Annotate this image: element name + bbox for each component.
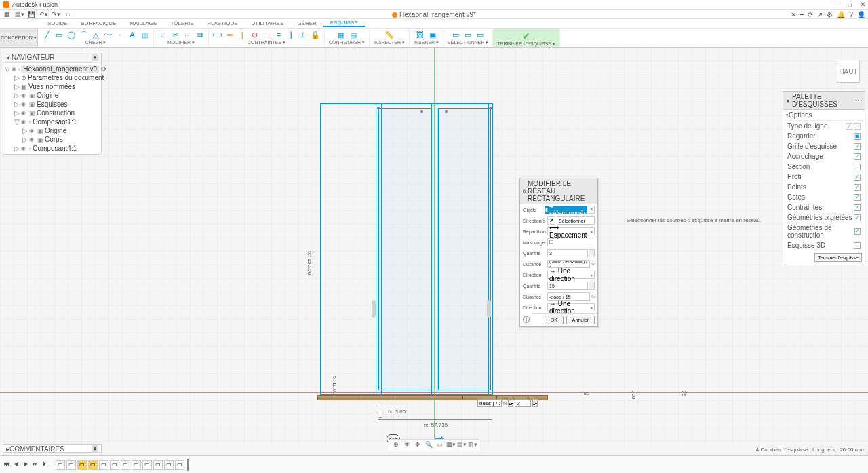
palette-title-bar[interactable]: ● PALETTE D'ESQUISSES ⋯ [783,92,865,110]
measure-icon[interactable]: 📏 [384,30,394,39]
job-status-icon[interactable]: ⚙ [827,11,833,18]
browser-header[interactable]: ◂ NAVIGATEUR ● [3,52,101,63]
browser-options-icon[interactable]: ● [92,54,98,61]
timeline-back-icon[interactable]: ◀ [12,461,20,469]
help-icon[interactable]: ? [849,11,853,18]
tree-item[interactable]: ▷◉▣Corps [5,135,100,144]
visibility-icon[interactable]: ◉ [21,101,28,107]
masquage-checkbox[interactable]: ☐ [547,238,555,246]
offset-icon[interactable]: ⇉ [195,30,204,39]
undo-icon[interactable]: ↶▾ [39,10,49,18]
rectangle-icon[interactable]: ▭ [54,30,64,39]
tab-plastique[interactable]: PLASTIQUE [201,20,245,26]
tab-gerer[interactable]: GÉRER [290,20,323,26]
tree-item[interactable]: ▷◉▣Origine [5,91,100,100]
menu-icon[interactable]: ▦ [3,10,12,18]
sketch-point[interactable] [445,110,448,113]
select-icon[interactable]: ▭ [451,30,460,39]
dialog-title-bar[interactable]: MODIFIER LE RÉSEAU RECTANGULAIRE [520,178,597,204]
construction-checkbox[interactable]: ✓ [854,228,861,235]
tree-item[interactable]: ▷◉▣Origine [5,126,100,135]
refresh-icon[interactable]: ⟳ [808,11,813,18]
line-icon[interactable]: ╱ [42,30,52,39]
slice-checkbox[interactable] [854,164,861,170]
visibility-icon[interactable]: ◉ [29,128,36,134]
visibility-icon[interactable]: ◉ [12,66,16,72]
quantite1-input[interactable]: 3 [547,249,588,257]
tab-tolerie[interactable]: TÔLERIE [163,20,200,26]
points-checkbox[interactable]: ✓ [854,184,861,191]
window-minimize[interactable]: — [833,1,840,8]
insert-icon[interactable]: 🖼 [416,30,425,39]
arc-icon[interactable]: ⌒ [79,30,88,39]
ok-button[interactable]: OK [545,316,564,324]
spline-icon[interactable]: 〰 [103,30,113,39]
comments-options-icon[interactable]: ● [92,445,98,452]
tangent-icon[interactable]: ⟂ [262,30,271,39]
text-icon[interactable]: A [127,30,137,39]
direction2-select[interactable]: → Une direction▾ [547,303,595,311]
timeline-start-icon[interactable]: ⏮ [3,461,11,469]
tab-surfacique[interactable]: SURFACIQUE [74,20,123,26]
equal-icon[interactable]: = [274,30,283,39]
feature-icon[interactable]: ▭ [121,460,130,470]
spinner[interactable] [589,282,595,290]
feature-icon[interactable]: ▭ [77,460,87,470]
perpendicular-icon[interactable]: ⊥ [298,30,308,39]
distance-input[interactable] [477,399,502,407]
tab-utilitaires[interactable]: UTILITAIRES [245,20,291,26]
timeline-forward-icon[interactable]: ⏭ [31,461,39,469]
tree-item[interactable]: ▷▣Vues nommées [5,82,100,91]
sketch-point[interactable] [490,107,492,109]
orbit-icon[interactable]: ⊕ [392,441,400,449]
vertical-icon[interactable]: ‖ [237,30,247,39]
visibility-icon[interactable]: ◉ [21,119,28,125]
tree-root[interactable]: ▽ ◉ ▫ Hexaonal_rangement v9 ⚙ [5,64,100,73]
coincident-icon[interactable]: ⊙ [250,30,259,39]
select3-icon[interactable]: ▭ [475,30,485,39]
palette-menu-icon[interactable]: ⋯ [855,97,862,105]
view-cube[interactable]: HAUT [837,60,860,83]
redo-icon[interactable]: ↷▾ [52,10,61,18]
display-icon[interactable]: ▦▾ [446,441,454,449]
circle-icon[interactable]: ◯ [66,30,76,39]
dim-small-h[interactable]: fx: 10.00 [332,376,337,394]
spinner[interactable]: ▴▾ [532,399,538,407]
zoom-icon[interactable]: 🔍 [425,441,433,449]
pan-icon[interactable]: ✥ [414,441,422,449]
feature-icon[interactable]: ▭ [142,460,152,470]
feature-icon[interactable]: ▭ [153,460,163,470]
extension-icon[interactable]: ↗ [817,11,823,18]
cancel-button[interactable]: Annuler [566,316,595,324]
close-tab-icon[interactable]: ✕ [791,11,796,18]
home-icon[interactable]: ⌂ [64,10,73,18]
rail-line[interactable] [488,103,489,395]
linetype-construction-icon[interactable]: ┄ [854,123,861,130]
count-input[interactable] [515,399,531,407]
save-icon[interactable]: 💾 [27,10,37,18]
feature-icon[interactable]: ▭ [110,460,119,470]
rail-line[interactable] [437,103,437,395]
expand-icon[interactable]: ▽ [5,65,10,73]
point-icon[interactable]: · [115,30,125,39]
pin-icon[interactable] [523,189,526,193]
projected-checkbox[interactable]: ✓ [854,214,861,221]
workspace-switcher[interactable]: CONCEPTION ▾ [0,29,38,47]
linetype-solid-icon[interactable]: ╱ [846,123,852,130]
finish-sketch-button[interactable]: Terminer l'esquisse [814,253,862,262]
fillet-icon[interactable]: ⟀ [158,30,167,39]
gear-icon[interactable]: ⚙ [100,65,106,73]
fit-icon[interactable]: ▭ [435,441,443,449]
snap-checkbox[interactable]: ✓ [854,153,861,160]
tab-esquisse[interactable]: ESQUISSE [323,20,365,27]
spinner[interactable]: ▴▾ [508,399,513,407]
rail-line[interactable] [431,103,432,395]
new-tab-icon[interactable]: + [800,11,804,18]
column-rect-2[interactable] [438,108,491,390]
feature-icon[interactable]: ▭ [132,460,141,470]
info-icon[interactable]: i [523,316,530,323]
fix-icon[interactable]: 🔒 [311,30,320,39]
insert2-icon[interactable]: ▣ [428,30,437,39]
file-icon[interactable]: ▤▾ [15,10,24,18]
tree-item[interactable]: ▽◉▫Composant1:1 [5,117,100,126]
